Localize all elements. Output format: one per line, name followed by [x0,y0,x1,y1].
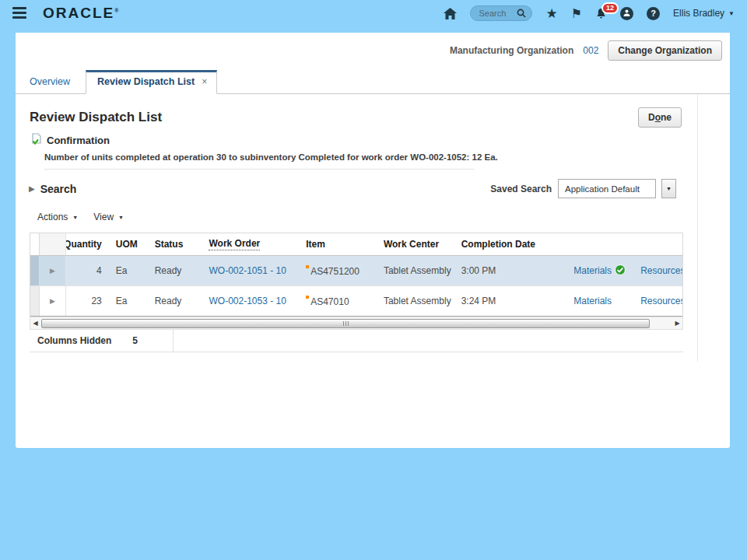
favorites-star-icon[interactable]: ★ [545,5,557,22]
saved-search-group: Saved Search Application Default ▼ [490,179,676,198]
expand-column-header [40,233,66,255]
search-expander[interactable]: ▶ Search [29,183,76,195]
main-card: Manufacturing Organization 002 Change Or… [16,33,730,448]
cell-quantity: 4 [66,256,110,285]
notifications-bell-icon[interactable]: 12 [595,8,607,19]
menu-icon[interactable] [12,7,26,19]
row-selector[interactable] [30,256,40,285]
saved-search-select[interactable]: Application Default [558,179,656,198]
cell-completion-date: 3:24 PM [455,286,568,316]
done-button[interactable]: Done [638,107,682,128]
chevron-down-icon: ▼ [728,10,735,17]
cell-resources: Resources [630,286,682,316]
settings-icon[interactable] [620,7,633,20]
resources-link[interactable]: Resources [640,296,682,306]
column-header-work-order[interactable]: Work Order [202,233,300,255]
review-dispatch-list-panel: Review Dispatch List Done Confirmation N… [16,94,698,362]
chevron-down-icon: ▼ [118,215,124,220]
oracle-logo: ORACLE® [43,5,118,22]
cell-quantity: 23 [66,286,110,316]
change-organization-label: Change Organization [618,45,712,56]
columns-hidden-label: Columns Hidden [30,335,111,346]
item-value: AS47010 [310,296,349,307]
done-label-pre: D [648,112,655,123]
resources-link[interactable]: Resources [640,265,682,276]
column-header-uom[interactable]: UOM [110,233,149,255]
cell-work-center: Tablet Assembly [377,256,455,285]
materials-link[interactable]: Materials [573,296,612,306]
cell-item: AS4751200 [300,256,377,285]
row-selector[interactable] [30,286,40,316]
table-row[interactable]: ▶ 23 Ea Ready WO-002-1053 - 10 AS47010 T… [30,286,682,317]
footer-divider [173,330,174,352]
work-order-link[interactable]: WO-002-1051 - 10 [209,265,286,276]
cell-work-order: WO-002-1051 - 10 [202,256,300,285]
search-placeholder: Search [479,9,514,18]
cell-materials: Materials [567,256,630,285]
close-icon[interactable]: × [202,76,207,87]
item-value: AS4751200 [310,266,359,277]
horizontal-scrollbar[interactable]: ◀ ▶ [30,317,683,330]
scroll-left-arrow[interactable]: ◀ [30,317,40,329]
column-header-quantity[interactable]: Quantity [66,233,110,255]
search-icon[interactable] [517,9,526,18]
cell-work-center: Tablet Assembly [377,286,455,316]
row-expand-button[interactable]: ▶ [40,286,66,316]
organization-code: 002 [583,45,598,56]
item-marker-icon [306,296,309,299]
column-header-item[interactable]: Item [300,233,377,255]
saved-search-value: Application Default [565,184,640,194]
home-icon[interactable] [444,8,457,19]
cell-item: AS47010 [300,286,377,316]
row-expand-button[interactable]: ▶ [40,256,66,285]
confirmation-icon [31,133,42,148]
cell-uom: Ea [110,286,149,316]
tab-review-dispatch-list[interactable]: Review Dispatch List × [86,70,217,94]
tab-bar: Overview Review Dispatch List × [16,71,730,94]
work-order-link[interactable]: WO-002-1053 - 10 [209,296,286,306]
actions-menu-label: Actions [37,212,68,222]
registered-mark: ® [114,8,118,13]
done-label-accel: o [655,112,661,123]
organization-bar: Manufacturing Organization 002 Change Or… [16,33,730,61]
materials-link[interactable]: Materials [573,265,612,276]
cell-work-order: WO-002-1053 - 10 [202,286,300,316]
organization-label: Manufacturing Organization [450,45,573,56]
item-marker-icon [306,265,309,268]
view-menu-label: View [93,212,114,222]
change-organization-button[interactable]: Change Organization [608,40,722,61]
global-search-input[interactable]: Search [470,5,532,21]
user-menu[interactable]: Ellis Bradley ▼ [673,8,735,19]
table-header-row: Quantity UOM Status Work Order Item Work… [30,233,682,256]
work-order-header-label: Work Order [209,238,260,250]
header-actions: Search ★ ⚑ 12 ? Ellis Bradley ▼ [444,0,735,26]
watchlist-flag-icon[interactable]: ⚑ [571,6,582,21]
scroll-right-arrow[interactable]: ▶ [672,317,682,329]
confirmation-header: Confirmation [31,133,110,148]
cell-completion-date: 3:00 PM [455,256,568,285]
table-row[interactable]: ▶ 4 Ea Ready WO-002-1051 - 10 AS4751200 … [30,256,682,286]
dispatch-list-table: Quantity UOM Status Work Order Item Work… [30,233,683,317]
cell-uom: Ea [110,256,149,285]
tab-overview[interactable]: Overview [20,71,79,93]
view-menu[interactable]: View ▼ [93,212,124,222]
column-header-work-center[interactable]: Work Center [377,233,455,255]
tab-overview-label: Overview [30,76,70,87]
search-section-label: Search [40,183,77,195]
saved-search-dropdown-button[interactable]: ▼ [661,179,676,198]
columns-hidden-count: 5 [132,335,138,346]
actions-menu[interactable]: Actions ▼ [37,212,78,222]
confirmation-title: Confirmation [47,135,110,146]
column-header-status[interactable]: Status [149,233,203,255]
help-icon[interactable]: ? [647,7,660,20]
done-label-post: ne [661,112,672,123]
confirmation-message: Number of units completed at operation 3… [44,152,498,162]
cell-resources: Resources [630,256,682,285]
search-section-row: ▶ Search Saved Search Application Defaul… [29,179,676,198]
scrollbar-thumb[interactable] [41,319,650,328]
cell-status: Ready [149,256,203,285]
column-header-materials [567,233,630,255]
header-bar: ORACLE® Search ★ ⚑ 12 ? Ellis Bradley ▼ [0,0,747,26]
column-header-resources [630,233,682,255]
column-header-completion-date[interactable]: Completion Date [455,233,568,255]
